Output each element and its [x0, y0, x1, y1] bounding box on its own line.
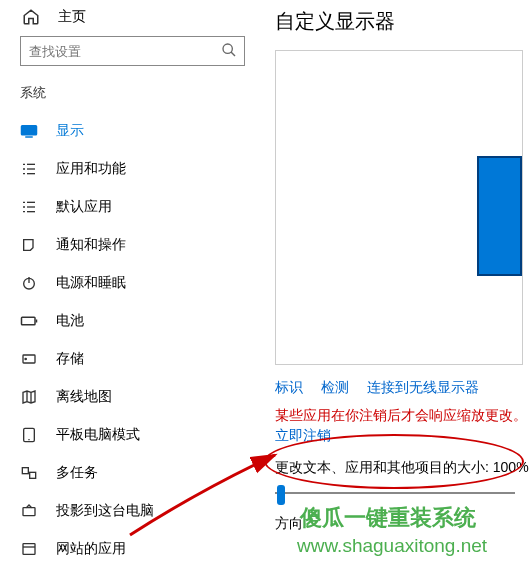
display-links: 标识 检测 连接到无线显示器 — [275, 379, 532, 397]
nav-storage[interactable]: 存储 — [20, 340, 255, 378]
home-label: 主页 — [58, 8, 86, 26]
search-box[interactable] — [20, 36, 245, 66]
svg-rect-29 — [23, 544, 35, 555]
page-title: 自定义显示器 — [275, 8, 532, 35]
nav-label: 电池 — [56, 312, 84, 330]
link-detect[interactable]: 检测 — [321, 379, 349, 395]
nav-battery[interactable]: 电池 — [20, 302, 255, 340]
apps-icon — [20, 160, 38, 178]
nav-default-apps[interactable]: 默认应用 — [20, 188, 255, 226]
slider-track — [275, 492, 515, 494]
search-input[interactable] — [20, 36, 245, 66]
nav-label: 离线地图 — [56, 388, 112, 406]
power-icon — [20, 274, 38, 292]
nav-label: 显示 — [56, 122, 84, 140]
nav-label: 投影到这台电脑 — [56, 502, 154, 520]
nav-power[interactable]: 电源和睡眠 — [20, 264, 255, 302]
nav-about[interactable]: 关于 — [20, 568, 255, 574]
svg-rect-26 — [22, 468, 28, 474]
display-icon — [20, 122, 38, 140]
nav-label: 存储 — [56, 350, 84, 368]
scaling-warning: 某些应用在你注销后才会响应缩放更改。 — [275, 407, 532, 425]
projecting-icon — [20, 502, 38, 520]
scale-slider[interactable] — [275, 485, 515, 487]
watermark-url: www.shaguaxitong.net — [297, 535, 487, 557]
logout-link[interactable]: 立即注销 — [275, 427, 331, 445]
nav-apps[interactable]: 应用和功能 — [20, 150, 255, 188]
nav-tablet[interactable]: 平板电脑模式 — [20, 416, 255, 454]
maps-icon — [20, 388, 38, 406]
slider-thumb[interactable] — [277, 485, 285, 505]
link-wireless[interactable]: 连接到无线显示器 — [367, 379, 479, 395]
notifications-icon — [20, 236, 38, 254]
nav-maps[interactable]: 离线地图 — [20, 378, 255, 416]
monitor-preview[interactable] — [275, 50, 523, 365]
svg-rect-28 — [23, 508, 35, 516]
nav-website-apps[interactable]: 网站的应用 — [20, 530, 255, 568]
website-icon — [20, 540, 38, 558]
nav-multitask[interactable]: 多任务 — [20, 454, 255, 492]
watermark-title: 傻瓜一键重装系统 — [300, 503, 476, 533]
group-label: 系统 — [20, 84, 255, 102]
nav-label: 多任务 — [56, 464, 98, 482]
multitask-icon — [20, 464, 38, 482]
svg-point-0 — [223, 44, 232, 53]
search-icon — [221, 42, 237, 62]
tablet-icon — [20, 426, 38, 444]
home-link[interactable]: 主页 — [20, 8, 255, 26]
default-apps-icon — [20, 198, 38, 216]
battery-icon — [20, 312, 38, 330]
svg-rect-2 — [22, 126, 37, 135]
svg-line-1 — [231, 52, 235, 56]
monitor-1[interactable] — [477, 156, 522, 276]
nav-projecting[interactable]: 投影到这台电脑 — [20, 492, 255, 530]
home-icon — [22, 8, 40, 26]
scale-label: 更改文本、应用和其他项目的大小: 100% — [275, 459, 532, 477]
link-identify[interactable]: 标识 — [275, 379, 303, 395]
nav-display[interactable]: 显示 — [20, 112, 255, 150]
nav-label: 平板电脑模式 — [56, 426, 140, 444]
nav-label: 电源和睡眠 — [56, 274, 126, 292]
svg-rect-27 — [30, 472, 36, 478]
nav-label: 网站的应用 — [56, 540, 126, 558]
nav-label: 通知和操作 — [56, 236, 126, 254]
storage-icon — [20, 350, 38, 368]
nav-label: 应用和功能 — [56, 160, 126, 178]
svg-point-21 — [25, 358, 26, 359]
nav-notifications[interactable]: 通知和操作 — [20, 226, 255, 264]
svg-rect-18 — [22, 317, 36, 325]
nav-label: 默认应用 — [56, 198, 112, 216]
